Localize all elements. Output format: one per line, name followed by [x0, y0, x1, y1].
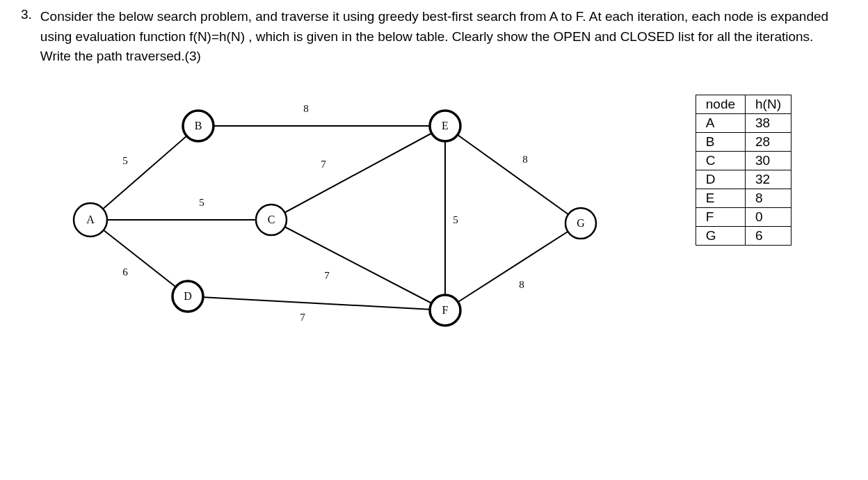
cell-node: D [696, 170, 745, 189]
table-row: E 8 [696, 189, 791, 207]
cell-h: 30 [746, 151, 791, 170]
header-hN: h(N) [746, 95, 791, 113]
header-node: node [696, 95, 745, 113]
node-A-label: A [86, 213, 95, 225]
node-B-label: B [195, 119, 202, 131]
table-row: B 28 [696, 132, 791, 151]
cell-h: 28 [746, 132, 791, 151]
cell-node: E [696, 189, 745, 207]
cell-node: B [696, 132, 745, 151]
weight-AB: 5 [122, 155, 128, 166]
node-G-label: G [577, 216, 585, 228]
table-row: G 6 [696, 226, 791, 245]
weight-EG: 8 [522, 154, 528, 165]
weight-DF: 7 [300, 312, 305, 323]
node-C-label: C [268, 213, 275, 225]
node-E-label: E [442, 119, 449, 131]
weight-FG: 8 [519, 279, 524, 290]
cell-h: 8 [746, 189, 791, 207]
weight-AC: 5 [199, 197, 204, 208]
cell-h: 38 [746, 113, 791, 132]
table-row: A 38 [696, 113, 791, 132]
cell-node: G [696, 226, 745, 245]
weight-BE: 8 [303, 103, 309, 114]
node-F-label: F [442, 303, 449, 315]
cell-h: 32 [746, 170, 791, 189]
weight-CF: 7 [324, 270, 330, 281]
table-row: F 0 [696, 207, 791, 226]
table-header-row: node h(N) [696, 95, 791, 113]
cell-node: F [696, 207, 745, 226]
figure-area: 5 5 6 8 7 7 7 5 8 8 A B C D E F G node h… [21, 88, 847, 366]
cell-node: C [696, 151, 745, 170]
edge-E-G [445, 126, 581, 223]
heuristic-table: node h(N) A 38 B 28 C 30 D 32 E 8 F 0 G [696, 95, 791, 246]
edge-F-G [445, 223, 581, 310]
table-row: C 30 [696, 151, 791, 170]
edge-C-F [271, 220, 445, 310]
edge-A-D [90, 220, 188, 296]
graph-diagram: 5 5 6 8 7 7 7 5 8 8 A B C D E F G [49, 88, 619, 338]
edge-A-B [90, 126, 198, 220]
cell-node: A [696, 113, 745, 132]
node-D-label: D [184, 289, 192, 301]
question-number: 3. [21, 7, 32, 22]
weight-EF: 5 [453, 214, 458, 225]
weight-AD: 6 [122, 266, 128, 278]
weight-CE: 7 [321, 159, 326, 170]
edge-D-F [188, 296, 445, 310]
question-text: Consider the below search problem, and t… [40, 7, 847, 67]
table-row: D 32 [696, 170, 791, 189]
cell-h: 6 [746, 226, 791, 245]
edge-C-E [271, 126, 445, 220]
cell-h: 0 [746, 207, 791, 226]
question-block: 3. Consider the below search problem, an… [21, 7, 847, 67]
